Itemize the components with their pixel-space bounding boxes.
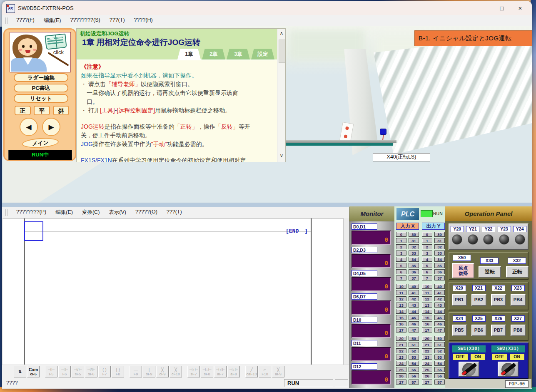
output-y-row: 030 — [422, 232, 445, 237]
menubar-grip[interactable] — [5, 17, 8, 24]
pushbutton-PB4[interactable]: PB4 — [511, 294, 526, 306]
view-front-button[interactable]: 正 — [15, 106, 31, 115]
scrollbar-thumb[interactable] — [279, 40, 285, 63]
toolbar-glyph: ⊣↑⊩ — [216, 367, 225, 372]
input-x-row: 1343 — [396, 303, 419, 308]
pushbutton-PB3[interactable]: PB3 — [491, 294, 506, 306]
prev-page-button[interactable]: ◀ — [20, 118, 38, 136]
main-menu-item-0[interactable]: ????(F) — [12, 17, 39, 24]
toolbar-button-F5[interactable]: ⊣⊢F5 — [45, 366, 57, 377]
pushbutton-PB1[interactable]: PB1 — [452, 294, 467, 306]
forward-jog-button[interactable]: 正転 — [506, 266, 529, 278]
guide-tab-設定[interactable]: 設定 — [251, 49, 274, 60]
ladder-scrollbar[interactable] — [343, 218, 349, 365]
scroll-down-icon[interactable]: ∨ — [277, 153, 286, 159]
toolbar-button-F10[interactable]: ⌐F10 — [259, 366, 271, 377]
toolbar-button-caF10[interactable]: ╱caF10 — [245, 366, 258, 377]
output-y-group: 20502151225223532454255526562757 — [422, 336, 445, 385]
ladder-menu-item-5[interactable]: ???(T) — [162, 209, 187, 216]
toolbar-button-sF7[interactable]: ⊣↑⊢sF7 — [187, 366, 200, 377]
input-x-row: 1444 — [396, 309, 419, 314]
toolbar-button-F6[interactable]: ⊣⊩F6 — [58, 366, 71, 377]
ladder-menu-item-0[interactable]: ????????(P) — [12, 209, 51, 216]
toolbar-button-cF9[interactable]: ╳cF9 — [156, 366, 169, 377]
reverse-jog-button[interactable]: 逆転 — [479, 266, 501, 278]
toolbar-button-aF8[interactable]: ⊣↓⊩aF8 — [227, 366, 240, 377]
monitor-device-label: D6,D7 — [352, 293, 377, 300]
input-x-cell-14: 14 — [396, 309, 406, 314]
toolbar-button-aF7[interactable]: ⊣↑⊩aF7 — [214, 366, 227, 377]
title-bar[interactable]: FX SW0D5C-FXTRN-POS – □ × — [2, 1, 532, 15]
main-menu-item-1[interactable]: 编集(E) — [39, 17, 66, 24]
teacher-blush — [19, 49, 22, 51]
toolbar-button-sF8[interactable]: ⊣↓⊢sF8 — [201, 366, 213, 377]
guide-tab-3章[interactable]: 3章 — [227, 49, 250, 60]
toolbar-button-F7[interactable]: ( )F7 — [98, 366, 111, 377]
output-y-cell-2: 2 — [422, 244, 432, 249]
pushbutton-PB7[interactable]: PB7 — [491, 325, 506, 336]
toolbar-key-label: F9 — [134, 372, 138, 376]
menubar-grip[interactable] — [5, 209, 8, 216]
switch-column-0: SW1(X30)OFFON — [452, 345, 486, 378]
input-x-cell-37: 37 — [409, 275, 419, 280]
main-menu-button[interactable]: メイン — [22, 137, 59, 149]
toolbar-button-sF9[interactable]: |sF9 — [143, 366, 155, 377]
ladder-menu-item-2[interactable]: 変換(C) — [77, 209, 104, 216]
ladder-right-rail — [311, 218, 312, 365]
pushbutton-PB5[interactable]: PB5 — [452, 325, 467, 336]
ladder-toolbar: ⇅ComcF5⊣⊢F5⊣⊩F6⊣/⊢sF5⊣/⊩sF6( )F7{ }F8—F9… — [2, 365, 349, 378]
rotary-switch-0[interactable] — [459, 362, 479, 377]
lamp-tag-Y22: Y22 — [482, 226, 495, 232]
guide-scrollbar[interactable]: ∧ ∨ — [277, 29, 286, 162]
main-menu-item-2[interactable]: ????????(S) — [65, 17, 105, 24]
pushbutton-PB2[interactable]: PB2 — [471, 294, 486, 306]
guide-tab-1章[interactable]: 1章 — [177, 49, 201, 60]
guide-header: 初始设定和JOG运转 1章 用相对定位命令进行JOG运转 1章2章3章設定 — [77, 29, 285, 60]
notice-bullet-1-line3: 口。 — [81, 97, 277, 106]
maximize-button[interactable]: □ — [493, 1, 511, 15]
next-page-button[interactable]: ▶ — [42, 118, 60, 136]
input-x-cell-20: 20 — [396, 336, 406, 341]
reset-button[interactable]: リセット — [14, 94, 68, 103]
scroll-up-icon[interactable]: ∧ — [277, 30, 286, 36]
output-y-cell-16: 16 — [422, 321, 432, 326]
toolbar-button-comment[interactable]: ComcF5 — [27, 366, 40, 377]
switch-label: SW2(X31) — [491, 345, 525, 352]
machine-slats — [365, 35, 532, 154]
ladder-edit-area[interactable]: [END ] — [3, 218, 343, 365]
pushbutton-PB6[interactable]: PB6 — [471, 325, 486, 336]
input-x-cell-13: 13 — [396, 303, 406, 308]
teacher-illustration[interactable]: click — [10, 32, 71, 72]
teacher-mouth — [25, 50, 30, 53]
output-lamp-Y20 — [452, 234, 462, 245]
ladder-cursor[interactable] — [24, 221, 43, 241]
view-slant-button[interactable]: 斜 — [53, 106, 69, 115]
pc-write-button[interactable]: PC書込 — [14, 84, 68, 92]
toolbar-button-cF10[interactable]: ╳cF10 — [170, 366, 182, 377]
rotary-switch-1[interactable] — [498, 362, 519, 377]
guide-tab-2章[interactable]: 2章 — [202, 49, 225, 60]
minimize-button[interactable]: – — [474, 1, 493, 15]
input-x-cell-44: 44 — [409, 309, 419, 314]
toolbar-button-F9[interactable]: —F9 — [130, 366, 142, 377]
ladder-menu-item-1[interactable]: 编集(E) — [51, 209, 77, 216]
output-y-cell-57: 57 — [434, 380, 445, 385]
toolbar-button-sF6[interactable]: ⊣/⊩sF6 — [85, 366, 97, 377]
main-menu-item-4[interactable]: ????(H) — [130, 17, 157, 24]
close-button[interactable]: × — [511, 1, 529, 15]
pushbutton-PB8[interactable]: PB8 — [511, 325, 526, 336]
home-return-button[interactable]: 原点 復帰 — [452, 263, 474, 278]
limit-switch-sensor — [380, 129, 386, 135]
ladder-rung — [24, 231, 311, 231]
ladder-edit-button[interactable]: ラダー編集 — [14, 73, 68, 82]
main-menu-item-3[interactable]: ???(T) — [105, 17, 130, 24]
ladder-menu-item-3[interactable]: 表示(V) — [104, 209, 131, 216]
toolbar-button-F8[interactable]: { }F8 — [112, 366, 124, 377]
input-x-cell-42: 42 — [409, 296, 419, 301]
view-flat-button[interactable]: 平 — [34, 106, 50, 115]
toolbar-button-insert-mode[interactable]: ⇅ — [14, 366, 26, 377]
ladder-menu-item-4[interactable]: ?????(O) — [131, 209, 162, 216]
toolbar-button-aF9[interactable]: ╳aF9 — [272, 366, 284, 377]
input-x-row: 2353 — [396, 355, 419, 360]
toolbar-button-sF5[interactable]: ⊣/⊢sF5 — [72, 366, 84, 377]
